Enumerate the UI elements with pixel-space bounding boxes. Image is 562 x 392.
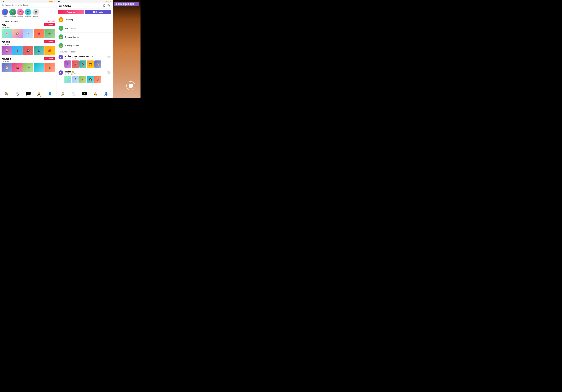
create-button-2[interactable]: +: [82, 92, 87, 95]
category-label: Cosplay Sounds: [65, 45, 79, 47]
nav-label-create: Create: [26, 95, 30, 97]
preview-thumb[interactable]: 🎤: [72, 60, 79, 68]
nav-profile-2[interactable]: 👤 Profile: [101, 92, 112, 96]
waveform-bar: [114, 2, 139, 6]
home-icon-2: 🏠: [61, 92, 65, 95]
story-item[interactable]: 👤 2live.d: [1, 9, 8, 17]
nav-label-profile: Profile: [48, 95, 52, 96]
avatar: 🧍: [9, 9, 16, 15]
story-item[interactable]: 🐕 cricketcoco: [17, 9, 24, 17]
subscribe-button-baseball[interactable]: Subscribe: [44, 57, 55, 60]
nav-explore-2[interactable]: 🔍 Explore: [68, 92, 79, 96]
category-list: ⭐ Trending 🔥 Hot - Dances 🔥 Popular Soun…: [57, 15, 113, 90]
search-bar: 🔍: [0, 3, 56, 8]
nav-activity-2[interactable]: 🔔 Activity: [90, 92, 101, 96]
time-1: 9:00: [1, 1, 4, 2]
story-item[interactable]: 👩 official.niya: [25, 9, 31, 17]
preview-thumb[interactable]: 💃: [79, 60, 86, 68]
search-icon-2: 🔍: [72, 92, 75, 95]
profile-icon-2: 👤: [105, 92, 108, 95]
tab-mysounds[interactable]: My Sounds: [85, 10, 111, 14]
search-icon[interactable]: 🔍: [107, 4, 111, 7]
category-hot-dances[interactable]: 🔥 Hot - Dances: [57, 24, 113, 33]
hashtag-image: 🏟️: [12, 63, 23, 72]
play-button-1[interactable]: ▶: [59, 55, 63, 59]
favorite-button-2[interactable]: 🤍: [107, 71, 111, 74]
music-add-icon[interactable]: 🎵: [102, 4, 105, 7]
bell-icon-2: 🔔: [94, 92, 97, 95]
preview-thumb[interactable]: 🎵: [64, 60, 71, 68]
bottom-nav-1: 🏠 Feed 🔍 Explore + Create 🔔 Activity 👤 P…: [0, 90, 56, 98]
nav-create-2[interactable]: + Create: [79, 92, 90, 97]
category-label: Trending: [65, 19, 73, 21]
create-button[interactable]: +: [26, 92, 31, 95]
story-item[interactable]: 🧔 frosty.antt: [33, 9, 39, 17]
hashtag-image: 💃: [12, 46, 23, 55]
story-item[interactable]: 🧍 thatjhittaaro: [9, 9, 16, 17]
play-button-2[interactable]: ▶: [59, 71, 63, 75]
avatar: 🧔: [33, 9, 39, 15]
category-label: Popular Sounds: [65, 36, 79, 38]
sound-previews-2: 🛒 🕺 🎸 🧑 🎤: [64, 76, 111, 83]
preview-thumb[interactable]: 🛒: [64, 76, 71, 83]
trending-header: TRENDING HASHTAGS My Tags: [1, 19, 55, 23]
stop-button[interactable]: [126, 81, 135, 90]
story-name: thatjhittaaro: [10, 16, 16, 17]
hashtag-image: 💬: [23, 46, 33, 55]
sound-info-2: remixxx 😬 🤍 15k 💬 3.2k: [64, 71, 106, 75]
nav-activity[interactable]: 🔔 Activity: [34, 92, 45, 96]
hot-dances-icon: 🔥: [59, 26, 63, 31]
hashtag-image: 🌸: [1, 29, 12, 38]
nav-label-activity-2: Activity: [93, 95, 97, 96]
comments-icon: 💬: [71, 58, 73, 59]
preview-thumb[interactable]: 💪: [94, 60, 101, 68]
nav-feed-2[interactable]: 🏠 Feed: [58, 92, 68, 96]
search-input[interactable]: [5, 4, 55, 6]
status-icons-2: 📶 📶 🔋: [105, 1, 111, 2]
preview-thumb[interactable]: 👧: [87, 60, 94, 68]
story-name: frosty.antt: [33, 16, 38, 17]
sounds-tabs: Favorites My Sounds: [57, 9, 113, 15]
subscribe-button-diy[interactable]: Subscribe: [44, 23, 55, 26]
sound-previews-1: 🎵 🎤 💃 👧 💪: [64, 60, 111, 68]
sound-top-2: ▶ remixxx 😬 🤍 15k 💬 3.2k 🤍: [59, 71, 111, 75]
subscribe-button-couple[interactable]: Subscribe: [44, 40, 55, 43]
sound-stats-2: 🤍 15k 💬 3.2k: [64, 73, 106, 75]
category-trending[interactable]: ⭐ Trending: [57, 15, 113, 24]
hashtag-image: 🌲: [45, 63, 55, 72]
preview-thumb[interactable]: 🕺: [72, 76, 79, 83]
trending-icon: ⭐: [59, 17, 63, 22]
stories-row: 👤 2live.d 🧍 thatjhittaaro 🐕 cricketcoco …: [0, 8, 56, 19]
preview-thumb[interactable]: 🎸: [79, 76, 86, 83]
hashtag-block-diy: #diy Subscribe 289 videos 🌸 🏠 🍬 🌺 🪴: [1, 23, 55, 38]
hashtag-image: 👱‍♀️: [1, 46, 12, 55]
hashtag-name: #couple: [1, 40, 10, 43]
sound-name-1: Original Sound - @lamarhour_20: [64, 55, 106, 57]
create-header: 📷 Create 🎵 🔍: [57, 3, 113, 9]
hashtag-name: #diy: [1, 24, 6, 26]
nav-profile[interactable]: 👤 Profile: [45, 92, 55, 96]
category-label: Hot - Dances: [65, 27, 77, 29]
tab-favorites[interactable]: Favorites: [58, 10, 84, 14]
nav-feed[interactable]: 🏠 Feed: [1, 92, 12, 96]
category-cosplay-sounds[interactable]: 🔥 Cosplay Sounds: [57, 41, 113, 50]
hashtag-image: 🧍: [34, 63, 44, 72]
preview-thumb[interactable]: 🎤: [94, 76, 101, 83]
favorite-button-1[interactable]: 🤍: [107, 55, 111, 59]
sound-stats-1: 🤍 1.9k 💬 588: [64, 58, 106, 59]
hashtag-images-baseball: ⚾ 🏟️ 🧢 🧍 🌲: [1, 63, 55, 72]
likes-icon: 🤍: [64, 58, 66, 59]
recommended-header: RECOMMENDED SOUNDS: [57, 50, 113, 54]
my-tags-button[interactable]: My Tags: [48, 20, 55, 23]
cosplay-sounds-icon: 🔥: [59, 43, 63, 48]
status-bar-1: 9:00 📶 📶 🔋: [0, 0, 56, 3]
story-name: cricketcoco: [17, 16, 23, 17]
nav-label-explore-2: Explore: [71, 95, 76, 96]
hashtag-images-couple: 👱‍♀️ 💃 💬 👗 💋: [1, 46, 55, 55]
category-popular-sounds[interactable]: 🔥 Popular Sounds: [57, 33, 113, 41]
preview-thumb[interactable]: 🧑: [87, 76, 94, 83]
nav-create[interactable]: + Create: [23, 92, 34, 97]
nav-explore[interactable]: 🔍 Explore: [12, 92, 23, 96]
nav-label-activity: Activity: [37, 95, 41, 96]
story-name: 2live.d: [3, 16, 7, 17]
